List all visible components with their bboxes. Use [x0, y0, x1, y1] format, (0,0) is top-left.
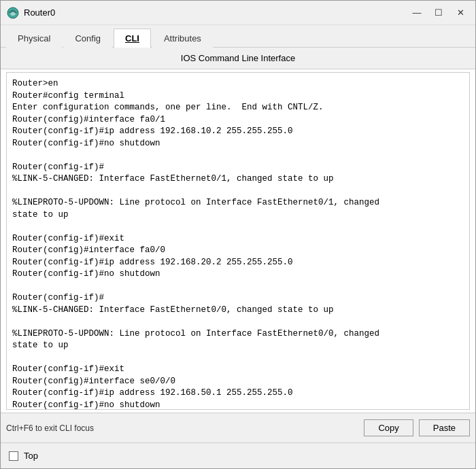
terminal-output[interactable]: Router>en Router#config terminal Enter c…: [7, 73, 469, 409]
copy-button[interactable]: Copy: [364, 419, 413, 436]
cli-hint: Ctrl+F6 to exit CLI focus: [6, 423, 94, 433]
tab-bar: Physical Config CLI Attributes: [1, 25, 475, 48]
top-label: Top: [24, 451, 38, 461]
tab-cli[interactable]: CLI: [114, 29, 151, 48]
footer-bar: Top: [1, 442, 475, 468]
button-group: Copy Paste: [364, 419, 470, 436]
maximize-button[interactable]: ☐: [429, 6, 448, 20]
router-icon: [6, 6, 20, 20]
minimize-button[interactable]: —: [407, 6, 426, 20]
cli-section-title: IOS Command Line Interface: [1, 48, 475, 69]
top-checkbox[interactable]: [9, 451, 18, 461]
window-title: Router0: [24, 7, 55, 18]
close-button[interactable]: ✕: [451, 6, 470, 20]
content-area: IOS Command Line Interface Router>en Rou…: [1, 48, 475, 442]
tab-attributes[interactable]: Attributes: [152, 29, 213, 48]
tab-physical[interactable]: Physical: [6, 29, 62, 48]
paste-button[interactable]: Paste: [419, 419, 470, 436]
bottom-bar: Ctrl+F6 to exit CLI focus Copy Paste: [1, 413, 475, 442]
tab-config[interactable]: Config: [63, 29, 112, 48]
main-window: Router0 — ☐ ✕ Physical Config CLI Attrib…: [0, 0, 476, 469]
title-bar: Router0 — ☐ ✕: [1, 1, 475, 25]
title-buttons: — ☐ ✕: [407, 6, 470, 20]
terminal-container: Router>en Router#config terminal Enter c…: [6, 72, 470, 410]
title-left: Router0: [6, 6, 55, 20]
